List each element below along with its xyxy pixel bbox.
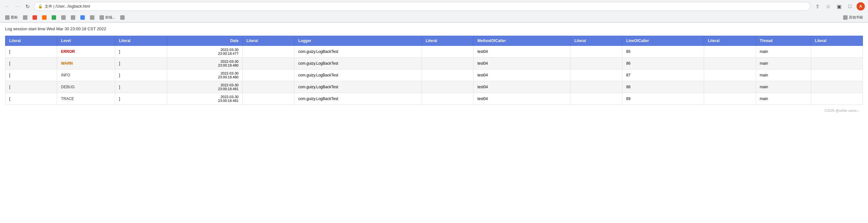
bookmark-2[interactable] — [31, 15, 39, 21]
table-cell: test04 — [473, 69, 570, 81]
header-literal-2: Literal — [115, 36, 167, 46]
table-cell — [704, 58, 756, 69]
watermark: CSDN @white came... — [5, 107, 863, 114]
bookmark-8[interactable] — [88, 15, 96, 21]
table-cell: [ — [5, 58, 57, 69]
table-cell — [704, 93, 756, 105]
table-cell — [811, 93, 863, 105]
table-cell: DEBUG — [57, 81, 115, 93]
header-logger: Logger — [294, 36, 422, 46]
table-cell: 2022-03-3023:00:18.480 — [167, 58, 242, 69]
extensions-button[interactable]: ▣ — [835, 2, 843, 10]
bookmark-9[interactable] — [118, 15, 127, 21]
header-thread: Thread — [756, 36, 811, 46]
table-cell — [422, 93, 473, 105]
table-cell: main — [756, 58, 811, 69]
table-cell — [811, 69, 863, 81]
table-cell — [811, 81, 863, 93]
table-cell: main — [756, 93, 811, 105]
bookmark-5[interactable] — [59, 15, 68, 21]
reload-button[interactable]: ↻ — [24, 3, 31, 10]
address-text: 文件 | /User.../logback.html — [44, 4, 806, 9]
table-row: [INFO]2022-03-3023:00:18.480com.guizy.Lo… — [5, 69, 863, 81]
forward-button[interactable]: → — [13, 3, 21, 10]
table-cell: test04 — [473, 46, 570, 58]
table-cell — [422, 69, 473, 81]
table-cell: 87 — [622, 69, 704, 81]
table-cell: 2022-03-3023:00:18.477 — [167, 46, 242, 58]
bookmark-label-other: 其他书籍 — [849, 15, 863, 20]
header-literal-7: Literal — [811, 36, 863, 46]
table-cell: WARN — [57, 58, 115, 69]
table-cell: main — [756, 46, 811, 58]
table-cell — [242, 58, 294, 69]
session-info: Log session start time Wed Mar 30 23:00:… — [5, 26, 863, 31]
table-cell: 2022-03-3023:00:18.480 — [167, 69, 242, 81]
profile-avatar[interactable]: A — [857, 2, 865, 10]
bookmark-icon-6 — [71, 15, 75, 20]
table-cell: com.guizy.LogBackTest — [294, 58, 422, 69]
address-bar[interactable]: 🔒 文件 | /User.../logback.html — [34, 2, 811, 11]
table-cell — [242, 93, 294, 105]
table-cell — [422, 46, 473, 58]
table-cell: test04 — [473, 58, 570, 69]
header-line: LineOfCaller — [622, 36, 704, 46]
bookmark-icon-other — [843, 15, 847, 20]
window-button[interactable]: □ — [846, 2, 854, 10]
bookmark-icon-2 — [33, 15, 37, 20]
bookmark-icon-3 — [42, 15, 46, 20]
table-cell: ] — [115, 46, 167, 58]
share-button[interactable]: ⇧ — [813, 2, 822, 10]
header-literal-6: Literal — [704, 36, 756, 46]
bookmark-icons[interactable]: 图标 — [3, 14, 20, 21]
table-header-row: Literal Level Literal Date Literal Logge… — [5, 36, 863, 46]
table-cell — [242, 46, 294, 58]
table-cell: ] — [115, 58, 167, 69]
bookmark-frontend[interactable]: 前端... — [98, 14, 117, 21]
table-cell — [570, 81, 622, 93]
bookmark-4[interactable] — [50, 15, 58, 21]
bookmark-6[interactable] — [69, 15, 77, 21]
table-cell: 2022-03-3023:00:18.481 — [167, 93, 242, 105]
table-cell — [570, 93, 622, 105]
table-cell: test04 — [473, 81, 570, 93]
bookmark-3[interactable] — [40, 15, 49, 21]
table-cell: 89 — [622, 93, 704, 105]
table-cell — [422, 58, 473, 69]
header-method: MethodOfCaller — [473, 36, 570, 46]
table-cell: com.guizy.LogBackTest — [294, 46, 422, 58]
bookmark-button[interactable]: ☆ — [824, 2, 832, 10]
bookmark-1[interactable] — [21, 15, 29, 21]
bookmark-icon-frontend — [99, 15, 104, 20]
header-literal-3: Literal — [242, 36, 294, 46]
bookmark-label-frontend: 前端... — [105, 15, 115, 20]
bookmark-other[interactable]: 其他书籍 — [841, 14, 865, 21]
nav-right: ⇧ ☆ ▣ □ A — [813, 2, 865, 10]
bookmark-icon-folder — [5, 15, 9, 20]
table-cell: main — [756, 69, 811, 81]
nav-bar: ← → ↻ 🔒 文件 | /User.../logback.html ⇧ ☆ ▣… — [0, 0, 868, 13]
bookmark-icon-5 — [61, 15, 66, 20]
back-button[interactable]: ← — [3, 3, 11, 10]
table-cell: [ — [5, 81, 57, 93]
table-cell: [ — [5, 69, 57, 81]
table-cell: [ — [5, 93, 57, 105]
header-date: Date — [167, 36, 242, 46]
table-cell: 88 — [622, 81, 704, 93]
bookmark-7[interactable] — [79, 15, 87, 21]
header-literal-4: Literal — [422, 36, 473, 46]
bookmarks-bar: 图标 前端... — [0, 13, 868, 22]
table-cell — [242, 81, 294, 93]
table-cell — [704, 69, 756, 81]
table-cell: ] — [115, 69, 167, 81]
header-level: Level — [57, 36, 115, 46]
bookmark-icon-8 — [90, 15, 94, 20]
table-cell: ] — [115, 81, 167, 93]
table-row: [TRACE]2022-03-3023:00:18.481com.guizy.L… — [5, 93, 863, 105]
table-cell: TRACE — [57, 93, 115, 105]
table-cell: ERROR — [57, 46, 115, 58]
table-cell — [811, 58, 863, 69]
table-cell: 86 — [622, 58, 704, 69]
table-cell: main — [756, 81, 811, 93]
table-row: [WARN]2022-03-3023:00:18.480com.guizy.Lo… — [5, 58, 863, 69]
